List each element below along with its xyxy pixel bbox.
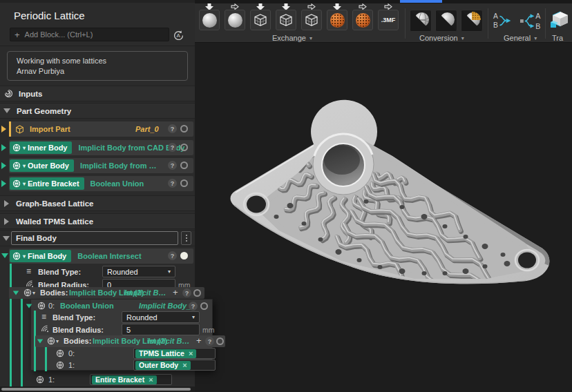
merge-button[interactable] [493, 12, 515, 33]
body-item-field[interactable]: TPMS Lattice × [133, 348, 216, 359]
help-icon[interactable]: ? [189, 302, 198, 311]
visibility-toggle[interactable] [193, 289, 201, 297]
bodies-row-final-body[interactable]: ▾ Bodies: Implicit Body List (2) Implici… [9, 287, 204, 299]
help-icon[interactable]: ? [205, 337, 214, 346]
collapse-triangle-icon[interactable] [37, 340, 44, 344]
help-icon[interactable]: ? [168, 124, 177, 133]
convert-to-implicit-button[interactable] [461, 10, 483, 32]
scrollbar-thumb[interactable] [1, 388, 191, 391]
import-cad-button[interactable] [276, 10, 296, 30]
nesting-guide [10, 264, 12, 386]
section-graph-based-lattice[interactable]: Graph-Based Lattice [0, 195, 195, 211]
collapse-triangle-icon[interactable] [1, 253, 8, 258]
implicit-body-icon [56, 361, 64, 369]
remove-icon[interactable]: × [182, 362, 187, 369]
export-cad-button[interactable] [301, 10, 322, 30]
transform-group-label[interactable]: Tra [552, 34, 563, 42]
expand-triangle-icon[interactable] [4, 218, 9, 225]
export-implicit-button[interactable] [352, 10, 373, 30]
help-icon[interactable]: ? [168, 161, 177, 170]
block-badge[interactable]: ▾ Inner Body [10, 141, 72, 154]
block-row-final-body[interactable]: ▾ Final Body Boolean Intersect ? [9, 248, 193, 264]
visibility-toggle[interactable] [200, 302, 208, 310]
implicit-sphere-icon [356, 13, 370, 28]
section-part-geometry[interactable]: Part Geometry [0, 103, 195, 119]
visibility-toggle[interactable] [180, 144, 188, 151]
section-menu-button[interactable] [181, 231, 191, 245]
block-badge[interactable]: ▾ Final Body [10, 250, 71, 262]
exchange-group-label[interactable]: Exchange▾ [272, 34, 312, 42]
implicit-body-icon [56, 349, 64, 357]
collapse-triangle-icon[interactable] [13, 291, 19, 295]
convert-to-body-button[interactable] [435, 10, 457, 32]
block-badge[interactable]: ▾ Entire Bracket [10, 177, 84, 190]
chevron-down-icon: ▾ [309, 35, 312, 41]
expand-triangle-icon[interactable] [3, 236, 10, 241]
visibility-toggle[interactable] [216, 337, 224, 345]
visibility-toggle[interactable] [180, 161, 188, 169]
remove-icon[interactable]: × [149, 376, 153, 384]
expand-triangle-icon[interactable] [4, 200, 9, 207]
expand-triangle-icon[interactable] [1, 180, 6, 187]
section-title-box[interactable]: Final Body [11, 231, 178, 245]
help-icon[interactable]: ? [182, 288, 191, 297]
help-icon[interactable]: ? [168, 251, 177, 260]
visibility-toggle[interactable] [180, 252, 188, 259]
block-row-inner-body[interactable]: ▾ Inner Body Implicit Body from CAD Body… [9, 140, 193, 155]
expand-triangle-icon[interactable] [3, 108, 10, 113]
implicit-body-icon [12, 161, 21, 170]
conversion-group-label[interactable]: Conversion▾ [419, 34, 464, 42]
block-badge[interactable]: ▾ Outer Body [10, 159, 74, 172]
bodies-row-boolean-union[interactable]: ▾ Bodies: Implicit Body List (2) Implici… [35, 335, 225, 347]
ribbon-toolbar: .3MF Exchange▾ Conversion▾ [195, 3, 572, 43]
blend-radius-input[interactable]: 5 [122, 324, 200, 335]
expand-triangle-icon[interactable] [1, 144, 6, 151]
split-button[interactable] [519, 12, 543, 33]
expand-triangle-icon[interactable] [1, 126, 6, 133]
section-walled-tpms-lattice[interactable]: Walled TPMS Lattice [0, 213, 195, 229]
export-mesh-button[interactable] [225, 10, 245, 30]
split-ab-icon [519, 12, 543, 30]
section-label: Part Geometry [17, 107, 71, 115]
help-icon[interactable]: ? [168, 179, 177, 188]
param-label: Blend Type: [53, 313, 95, 322]
item-index: 0: [48, 302, 55, 310]
viewport-3d[interactable] [195, 43, 572, 392]
auto-update-icon[interactable] [173, 29, 184, 40]
block-row-import-part[interactable]: Import Part Part_0 ? [9, 121, 193, 137]
block-row-entire-bracket[interactable]: ▾ Entire Bracket Boolean Union ? [9, 176, 193, 191]
import-lattice-button[interactable] [250, 10, 271, 30]
reference-chip[interactable]: Entire Bracket × [92, 375, 157, 384]
transform-button[interactable] [550, 10, 571, 33]
add-block-input[interactable]: + Add Block... (Ctrl+L) [10, 28, 169, 41]
merge-ab-icon [493, 12, 515, 30]
section-inputs[interactable]: Inputs [0, 86, 195, 101]
block-type[interactable]: Boolean Union [60, 302, 114, 310]
visibility-toggle[interactable] [180, 125, 188, 133]
visibility-toggle[interactable] [180, 179, 188, 187]
blend-type-dropdown[interactable]: Rounded ▾ [122, 311, 200, 323]
section-final-body[interactable]: Final Body [0, 230, 195, 246]
reference-chip[interactable]: TPMS Lattice × [135, 349, 196, 358]
convert-to-mesh-button[interactable] [410, 10, 432, 32]
add-item-icon[interactable]: + [173, 287, 178, 297]
block-row-outer-body[interactable]: ▾ Outer Body Implicit Body from CAD Bo..… [9, 158, 193, 173]
import-implicit-button[interactable] [327, 10, 347, 30]
unit-label: mm [202, 326, 215, 334]
notes-box[interactable]: Working with some lattices Arnav Purbiya [7, 51, 188, 81]
general-group-label[interactable]: General▾ [504, 34, 537, 42]
collapse-triangle-icon[interactable] [26, 304, 32, 308]
blend-type-dropdown[interactable]: Rounded ▾ [102, 266, 175, 277]
expand-triangle-icon[interactable] [1, 162, 6, 169]
import-mesh-button[interactable] [199, 10, 220, 30]
export-3mf-button[interactable]: .3MF [378, 10, 399, 30]
help-icon[interactable]: ? [168, 143, 177, 152]
body-item-field[interactable]: Entire Bracket × [90, 374, 172, 385]
body-item-field[interactable]: Outer Body × [133, 360, 216, 371]
add-item-icon[interactable]: + [196, 335, 202, 346]
list-hint: Implicit Body Li... [148, 337, 193, 345]
reference-chip[interactable]: Outer Body × [135, 361, 191, 370]
chevron-down-icon: ▾ [534, 35, 537, 41]
horizontal-scrollbar[interactable] [0, 386, 195, 392]
remove-icon[interactable]: × [189, 350, 193, 357]
